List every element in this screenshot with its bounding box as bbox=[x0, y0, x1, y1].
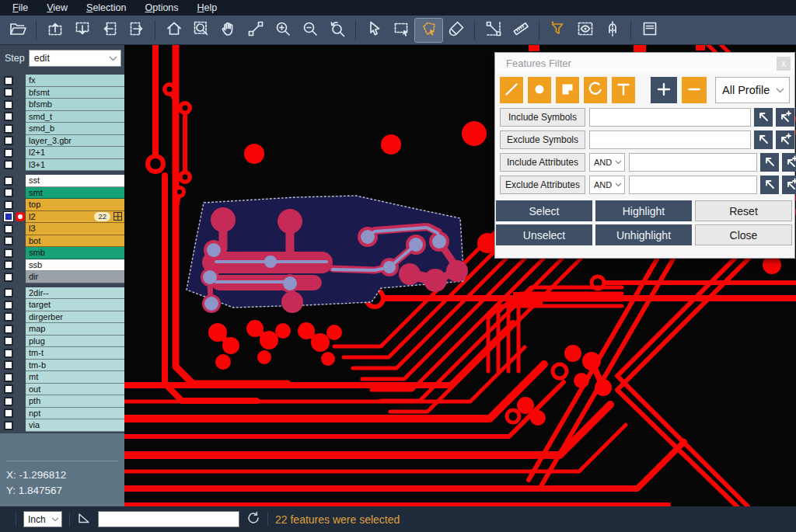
layer-row-fx[interactable]: fx bbox=[0, 75, 124, 87]
layer-visibility-checkbox[interactable] bbox=[4, 88, 13, 97]
layer-visibility-checkbox[interactable] bbox=[4, 273, 13, 282]
layer-row-out[interactable]: out bbox=[0, 384, 124, 396]
layer-visibility-checkbox[interactable] bbox=[4, 249, 13, 258]
pan-button[interactable] bbox=[215, 19, 242, 42]
include-attributes-input[interactable] bbox=[629, 153, 757, 172]
layer-name[interactable]: dirgerber bbox=[26, 311, 124, 324]
layer-visibility-checkbox[interactable] bbox=[4, 312, 13, 322]
layer-name[interactable]: bfsmb bbox=[26, 99, 124, 111]
view-down-button[interactable] bbox=[68, 19, 96, 42]
view-left-button[interactable] bbox=[96, 19, 123, 42]
layer-name[interactable]: target bbox=[26, 299, 124, 311]
layer-visibility-checkbox[interactable] bbox=[4, 224, 13, 234]
layer-visibility-checkbox[interactable] bbox=[4, 360, 13, 370]
layer-name[interactable]: sst bbox=[26, 175, 124, 187]
features-filter-button[interactable] bbox=[544, 19, 571, 42]
view-options-button[interactable] bbox=[571, 19, 599, 42]
layer-visibility-checkbox[interactable] bbox=[4, 136, 13, 145]
layers-panel-button[interactable] bbox=[636, 19, 663, 42]
filter-text-button[interactable] bbox=[612, 77, 635, 103]
zoom-out-button[interactable] bbox=[296, 19, 323, 42]
layer-name[interactable]: smd_b bbox=[26, 123, 124, 135]
layer-name[interactable]: mt bbox=[26, 371, 124, 384]
dialog-close-button[interactable]: x bbox=[777, 57, 791, 71]
refresh-icon[interactable] bbox=[246, 511, 260, 528]
view-up-button[interactable] bbox=[41, 19, 68, 42]
select-polygon-button[interactable] bbox=[415, 19, 442, 42]
layer-name[interactable]: l3+1 bbox=[26, 159, 124, 172]
layer-visibility-checkbox[interactable] bbox=[4, 349, 13, 358]
pick-add-attributes-button[interactable] bbox=[782, 176, 796, 194]
layer-name[interactable]: l2+1 bbox=[26, 147, 124, 159]
pick-add-symbols-button[interactable] bbox=[776, 108, 794, 127]
layer-visibility-checkbox[interactable] bbox=[4, 212, 13, 221]
clear-button[interactable] bbox=[442, 19, 470, 42]
layer-row-ssb[interactable]: ssb bbox=[0, 259, 124, 272]
include-symbols-input[interactable] bbox=[589, 108, 751, 127]
layer-row-2dir--[interactable]: 2dir-- bbox=[0, 287, 124, 300]
layer-name[interactable]: smt bbox=[26, 187, 124, 200]
unit-select[interactable]: Inch bbox=[23, 511, 62, 527]
layer-row-tm-t[interactable]: tm-t bbox=[0, 347, 124, 360]
layer-visibility-checkbox[interactable] bbox=[4, 373, 13, 382]
layer-visibility-checkbox[interactable] bbox=[4, 260, 13, 269]
filter-arc-button[interactable] bbox=[584, 77, 607, 103]
layer-visibility-checkbox[interactable] bbox=[4, 288, 13, 297]
layer-row-smd_b[interactable]: smd_b bbox=[0, 123, 124, 135]
layer-row-l2+1[interactable]: l2+1 bbox=[0, 147, 124, 159]
snap-button[interactable] bbox=[599, 19, 626, 42]
exclude-attributes-input[interactable] bbox=[629, 176, 757, 194]
layer-row-l3+1[interactable]: l3+1 bbox=[0, 159, 124, 172]
layer-row-l2[interactable]: l222 bbox=[0, 211, 124, 224]
layer-name[interactable]: dir bbox=[26, 271, 124, 283]
zoom-window-button[interactable] bbox=[187, 19, 215, 42]
pick-add-symbols-button[interactable] bbox=[776, 130, 794, 149]
layer-row-map[interactable]: map bbox=[0, 323, 124, 336]
filter-negative-button[interactable] bbox=[682, 77, 707, 103]
layer-row-layer_3.gbr[interactable]: layer_3.gbr bbox=[0, 135, 124, 148]
layer-row-pth[interactable]: pth bbox=[0, 395, 124, 408]
layer-visibility-checkbox[interactable] bbox=[4, 336, 13, 346]
profile-select[interactable]: All Profile bbox=[715, 77, 790, 103]
dialog-title-bar[interactable]: Features Filter x bbox=[495, 53, 794, 74]
include-symbols-button[interactable]: Include Symbols bbox=[500, 108, 585, 127]
pick-add-attributes-button[interactable] bbox=[782, 153, 796, 172]
layer-row-dir[interactable]: dir bbox=[0, 271, 124, 283]
layer-visibility-checkbox[interactable] bbox=[4, 76, 13, 85]
layer-row-npt[interactable]: npt bbox=[0, 408, 124, 420]
layer-visibility-checkbox[interactable] bbox=[4, 188, 13, 197]
layer-row-target[interactable]: target bbox=[0, 299, 124, 311]
layer-name[interactable]: top bbox=[26, 199, 124, 211]
layer-name[interactable]: l3 bbox=[26, 223, 124, 235]
layer-name[interactable]: map bbox=[26, 323, 124, 336]
pick-symbols-button[interactable] bbox=[754, 108, 773, 127]
filter-positive-button[interactable] bbox=[651, 77, 677, 103]
layer-visibility-checkbox[interactable] bbox=[4, 397, 13, 406]
layer-visibility-checkbox[interactable] bbox=[4, 325, 13, 334]
layer-row-top[interactable]: top bbox=[0, 199, 124, 211]
layer-name[interactable]: out bbox=[26, 384, 124, 396]
select-rectangle-button[interactable] bbox=[388, 19, 415, 42]
ruler-button[interactable] bbox=[507, 19, 534, 42]
layer-row-dirgerber[interactable]: dirgerber bbox=[0, 311, 124, 324]
layer-name[interactable]: fx bbox=[26, 75, 124, 87]
layer-row-smd_t[interactable]: smd_t bbox=[0, 111, 124, 123]
pick-attributes-button[interactable] bbox=[760, 153, 779, 172]
layer-visibility-checkbox[interactable] bbox=[4, 301, 13, 310]
layer-visibility-checkbox[interactable] bbox=[4, 112, 13, 121]
layer-visibility-checkbox[interactable] bbox=[4, 100, 13, 110]
layer-row-smb[interactable]: smb bbox=[0, 247, 124, 259]
zoom-in-button[interactable] bbox=[269, 19, 296, 42]
layer-row-smt[interactable]: smt bbox=[0, 187, 124, 200]
exclude-symbols-button[interactable]: Exclude Symbols bbox=[500, 130, 585, 149]
layer-visibility-checkbox[interactable] bbox=[4, 160, 13, 169]
zoom-previous-button[interactable] bbox=[323, 19, 351, 42]
layer-visibility-checkbox[interactable] bbox=[4, 384, 13, 394]
layer-row-plug[interactable]: plug bbox=[0, 336, 124, 348]
layer-name[interactable]: tm-t bbox=[26, 347, 124, 360]
layer-name[interactable]: tm-b bbox=[26, 360, 124, 372]
layer-visibility-checkbox[interactable] bbox=[4, 200, 13, 210]
close-button[interactable]: Close bbox=[695, 224, 792, 245]
layer-visibility-checkbox[interactable] bbox=[4, 148, 13, 158]
filter-line-button[interactable] bbox=[500, 77, 523, 103]
